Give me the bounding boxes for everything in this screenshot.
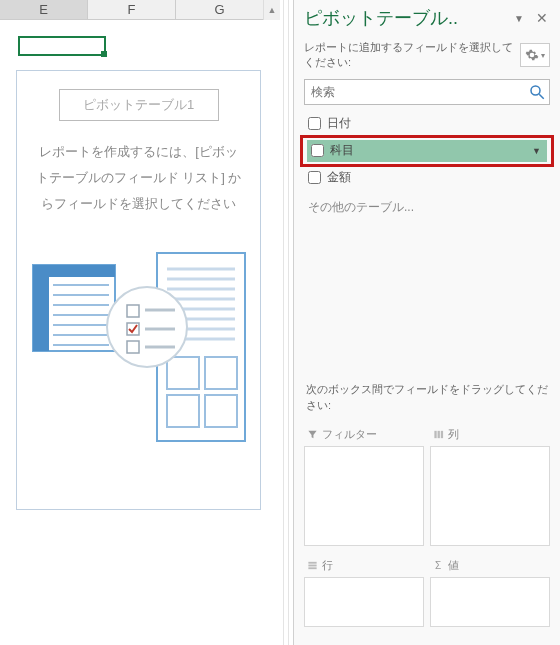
svg-rect-26 [127,341,139,353]
sigma-icon: Σ [432,560,444,572]
worksheet-area: E F G ▲ ピボットテーブル1 レポートを作成するには、[ピボットテーブルの… [0,0,280,645]
column-headers: E F G [0,0,280,20]
field-label: 日付 [327,115,351,132]
zone-filter: フィルター [304,421,424,546]
zone-columns: 列 [430,421,550,546]
field-list: 日付 [294,113,560,135]
active-cell[interactable] [18,36,106,56]
close-icon[interactable]: ✕ [532,10,552,26]
zone-rows: 行 [304,552,424,627]
zone-label: 列 [448,427,459,442]
pivot-graphic [27,247,250,447]
pane-title: ピボットテーブル.. [304,6,506,30]
pivot-fields-pane: ピボットテーブル.. ▼ ✕ レポートに追加するフィールドを選択してください: … [293,0,560,645]
highlighted-field-box: 科目 ▼ [300,135,554,167]
field-checkbox-subject[interactable] [311,144,324,157]
field-label: 科目 [330,142,354,159]
columns-drop-area[interactable] [430,446,550,546]
svg-rect-19 [167,357,199,389]
zone-values: Σ 値 [430,552,550,627]
pane-splitter[interactable] [283,0,289,645]
col-header-f[interactable]: F [88,0,176,19]
svg-rect-22 [205,395,237,427]
drag-instruction: 次のボックス間でフィールドをドラッグしてください: [294,372,560,417]
field-item-amount[interactable]: 金額 [304,167,550,189]
columns-icon [432,429,444,441]
other-tables-link[interactable]: その他のテーブル... [294,189,560,226]
pivot-title: ピボットテーブル1 [59,89,219,121]
scroll-up-button[interactable]: ▲ [263,0,280,20]
rows-drop-area[interactable] [304,577,424,627]
values-drop-area[interactable] [430,577,550,627]
search-icon[interactable] [528,83,546,101]
svg-rect-33 [437,431,439,438]
pane-sublabel: レポートに追加するフィールドを選択してください: [304,40,520,71]
col-header-e[interactable]: E [0,0,88,19]
svg-rect-2 [33,265,49,351]
svg-rect-20 [205,357,237,389]
svg-rect-36 [308,565,316,567]
field-item-date[interactable]: 日付 [304,113,550,135]
gear-button[interactable]: ▾ [520,43,550,67]
pivot-placeholder-message: レポートを作成するには、[ピボットテーブルのフィールド リスト] からフィールド… [27,139,250,217]
zone-label: 行 [322,558,333,573]
zone-label: 値 [448,558,459,573]
field-checkbox-date[interactable] [308,117,321,130]
svg-rect-21 [167,395,199,427]
filter-drop-area[interactable] [304,446,424,546]
col-header-g[interactable]: G [176,0,264,19]
zone-label: フィルター [322,427,377,442]
field-item-subject[interactable]: 科目 ▼ [307,140,547,162]
gear-icon [525,48,539,62]
field-checkbox-amount[interactable] [308,171,321,184]
search-input[interactable] [304,79,550,105]
svg-rect-32 [434,431,436,438]
svg-line-31 [539,94,544,99]
chevron-down-icon[interactable]: ▼ [532,146,541,156]
svg-rect-37 [308,567,316,569]
svg-point-30 [531,86,540,95]
filter-icon [306,429,318,441]
rows-icon [306,560,318,572]
svg-rect-24 [127,305,139,317]
svg-rect-34 [440,431,442,438]
pane-menu-caret[interactable]: ▼ [506,13,532,24]
field-label: 金額 [327,169,351,186]
pivot-placeholder-box: ピボットテーブル1 レポートを作成するには、[ピボットテーブルのフィールド リス… [16,70,261,510]
svg-rect-35 [308,562,316,564]
svg-point-23 [107,287,187,367]
